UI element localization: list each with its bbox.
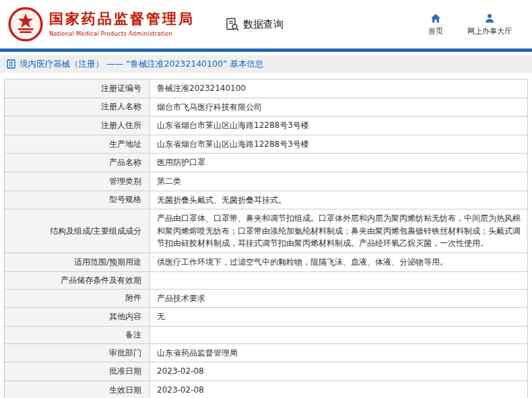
breadcrumb: 境内医疗器械（注册） —— “鲁械注准20232140100” 基本信息 bbox=[0, 55, 532, 73]
row-value: 无 bbox=[150, 308, 528, 327]
brand: 国家药品监督管理局 National Medical Products Admi… bbox=[8, 7, 195, 42]
org-name-en: National Medical Products Administration bbox=[49, 30, 195, 37]
brand-text: 国家药品监督管理局 National Medical Products Admi… bbox=[49, 11, 195, 36]
table-row: 注册人住所山东省烟台市莱山区山海路12288号3号楼 bbox=[5, 117, 528, 135]
home-icon bbox=[430, 13, 441, 24]
row-label: 其他内容 bbox=[5, 308, 150, 327]
row-value: 供医疗工作环境下，过滤空气中的颗粒物，阻隔飞沫、血液、体液、分泌物等用。 bbox=[150, 253, 528, 271]
header: 国家药品监督管理局 National Medical Products Admi… bbox=[0, 0, 532, 48]
table-row: 管理类别第二类 bbox=[5, 172, 528, 191]
row-value: 产品技术要求 bbox=[150, 289, 528, 308]
row-value: 第二类 bbox=[150, 172, 528, 191]
row-label: 注册人住所 bbox=[5, 117, 150, 135]
row-value: 2023-02-08 bbox=[150, 380, 528, 398]
table-row: 生效日期2023-02-08 bbox=[5, 380, 528, 398]
info-table: 注册证编号鲁械注准20232140100注册人名称烟台市飞马医疗科技有限公司注册… bbox=[4, 79, 528, 398]
table-row: 产品名称医用防护口罩 bbox=[5, 154, 528, 172]
data-query-nav[interactable]: 数据查询 bbox=[226, 18, 284, 31]
row-value: 鲁械注准20232140100 bbox=[150, 79, 528, 98]
top-links: 首页 网上办事大厅 bbox=[428, 13, 512, 36]
info-table-body: 注册证编号鲁械注准20232140100注册人名称烟台市飞马医疗科技有限公司注册… bbox=[5, 79, 528, 398]
row-value bbox=[150, 271, 528, 289]
document-icon bbox=[7, 59, 15, 69]
document-search-icon bbox=[226, 18, 239, 31]
header-accent-strip bbox=[0, 48, 532, 52]
row-label: 注册人名称 bbox=[5, 98, 150, 117]
table-row: 适用范围/预期用途供医疗工作环境下，过滤空气中的颗粒物，阻隔飞沫、血液、体液、分… bbox=[5, 253, 528, 271]
table-row: 其他内容无 bbox=[5, 308, 528, 327]
row-value: 山东省烟台市莱山区山海路12288号3号楼 bbox=[150, 135, 528, 154]
table-row: 型号规格无菌折叠头戴式、无菌折叠耳挂式。 bbox=[5, 191, 528, 209]
table-row: 结构及组成/主要组成成分产品由口罩体、口罩带、鼻夹和调节扣组成。口罩体外层和内层… bbox=[5, 209, 528, 253]
row-label: 注册证编号 bbox=[5, 79, 150, 98]
online-hall-link-label: 网上办事大厅 bbox=[467, 26, 512, 36]
row-label: 管理类别 bbox=[5, 172, 150, 191]
home-link-label: 首页 bbox=[428, 26, 443, 36]
table-row: 注册人名称烟台市飞马医疗科技有限公司 bbox=[5, 98, 528, 117]
table-row: 生产地址山东省烟台市莱山区山海路12288号3号楼 bbox=[5, 135, 528, 154]
row-label: 适用范围/预期用途 bbox=[5, 253, 150, 271]
row-label: 产品储存条件及有效期 bbox=[5, 271, 150, 289]
table-row: 附件产品技术要求 bbox=[5, 289, 528, 308]
home-link[interactable]: 首页 bbox=[428, 13, 443, 36]
data-query-label: 数据查询 bbox=[243, 18, 284, 31]
table-row: 批准日期2023-02-08 bbox=[5, 362, 528, 381]
table-row: 产品储存条件及有效期 bbox=[5, 271, 528, 289]
online-hall-link[interactable]: 网上办事大厅 bbox=[467, 13, 512, 36]
row-label: 型号规格 bbox=[5, 191, 150, 209]
row-label: 备注 bbox=[5, 326, 150, 343]
row-value: 2023-02-08 bbox=[150, 362, 528, 381]
row-label: 生效日期 bbox=[5, 380, 150, 398]
row-value: 山东省药品监督管理局 bbox=[150, 343, 528, 362]
org-name-cn: 国家药品监督管理局 bbox=[49, 11, 195, 27]
table-row: 审批部门山东省药品监督管理局 bbox=[5, 343, 528, 362]
row-value: 产品由口罩体、口罩带、鼻夹和调节扣组成。口罩体外层和内层为聚丙烯纺粘无纺布，中间… bbox=[150, 209, 528, 253]
row-label: 审批部门 bbox=[5, 343, 150, 362]
row-label: 生产地址 bbox=[5, 135, 150, 154]
row-label: 结构及组成/主要组成成分 bbox=[5, 209, 150, 253]
row-value bbox=[150, 326, 528, 343]
row-value: 山东省烟台市莱山区山海路12288号3号楼 bbox=[150, 117, 528, 135]
main-content: 注册证编号鲁械注准20232140100注册人名称烟台市飞马医疗科技有限公司注册… bbox=[4, 79, 528, 398]
table-row: 备注 bbox=[5, 326, 528, 343]
user-icon bbox=[484, 13, 495, 24]
row-label: 批准日期 bbox=[5, 362, 150, 381]
row-value: 无菌折叠头戴式、无菌折叠耳挂式。 bbox=[150, 191, 528, 209]
table-row: 注册证编号鲁械注准20232140100 bbox=[5, 79, 528, 98]
page: 国家药品监督管理局 National Medical Products Admi… bbox=[0, 0, 532, 398]
row-value: 烟台市飞马医疗科技有限公司 bbox=[150, 98, 528, 117]
row-label: 产品名称 bbox=[5, 154, 150, 172]
row-label: 附件 bbox=[5, 289, 150, 308]
page-title: 境内医疗器械（注册） —— “鲁械注准20232140100” 基本信息 bbox=[20, 59, 263, 70]
row-value: 医用防护口罩 bbox=[150, 154, 528, 172]
nmpa-emblem-logo bbox=[8, 7, 43, 42]
